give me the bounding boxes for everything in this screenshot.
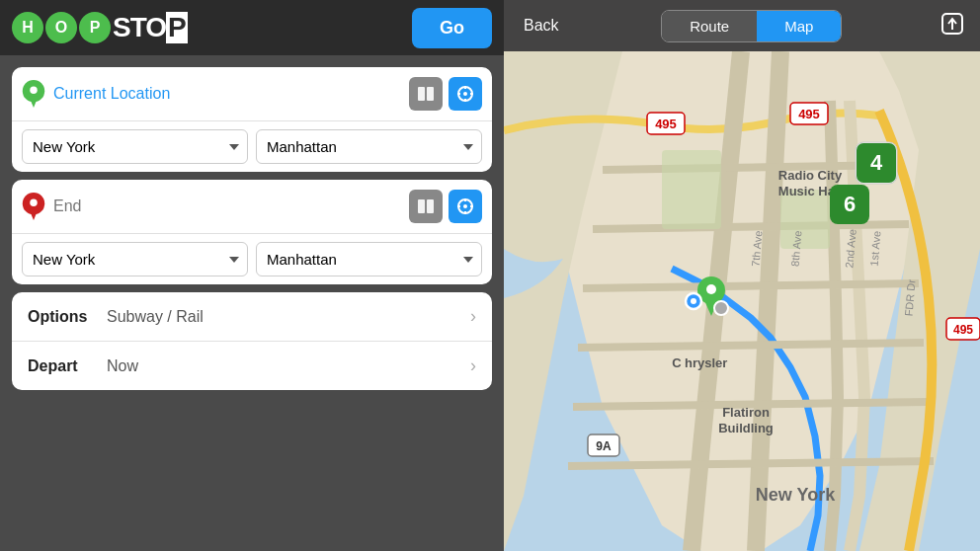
logo-stop: STOP [113, 12, 188, 43]
map-nav-bar: Back Route Map [504, 0, 980, 51]
svg-rect-16 [427, 199, 434, 213]
svg-text:Buildling: Buildling [718, 421, 774, 435]
logo-o: O [45, 12, 77, 43]
svg-text:9A: 9A [596, 439, 612, 453]
from-dropdowns-row: New York Manhattan [12, 121, 492, 172]
options-value: Subway / Rail [107, 308, 470, 326]
from-book-button[interactable] [409, 77, 443, 111]
from-city-select[interactable]: New York [22, 129, 248, 164]
svg-text:495: 495 [798, 107, 820, 121]
options-chevron-icon: › [470, 306, 476, 327]
from-input-row: Current Location [12, 67, 492, 121]
from-target-button[interactable] [449, 77, 482, 111]
depart-row[interactable]: Depart Now › [12, 342, 492, 390]
svg-point-56 [691, 298, 696, 304]
svg-text:4: 4 [870, 150, 883, 175]
svg-point-14 [30, 199, 37, 206]
from-block: Current Location [12, 67, 492, 172]
from-neighborhood-select[interactable]: Manhattan [256, 129, 482, 164]
to-location-input[interactable] [53, 197, 403, 215]
depart-chevron-icon: › [470, 355, 476, 376]
svg-rect-30 [662, 150, 721, 229]
to-input-row [12, 180, 492, 234]
app-header: H O P STOP Go [0, 0, 504, 55]
options-block: Options Subway / Rail › Depart Now › [12, 292, 492, 390]
to-dropdowns-row: New York Manhattan [12, 234, 492, 284]
to-target-button[interactable] [449, 190, 482, 223]
svg-rect-15 [418, 199, 425, 213]
map-svg: 495 495 9A 495 Radio City Music Hall C h… [504, 51, 980, 551]
svg-text:New York: New York [756, 485, 836, 505]
app-logo: H O P STOP [12, 12, 188, 43]
svg-marker-13 [29, 209, 38, 220]
share-icon [940, 12, 964, 36]
to-book-button[interactable] [409, 190, 443, 223]
book-icon-2 [417, 198, 435, 214]
logo-hop: H O P [12, 12, 113, 43]
svg-text:6: 6 [844, 192, 856, 216]
form-area: Current Location [0, 55, 504, 551]
share-button[interactable] [935, 6, 970, 46]
book-icon [417, 86, 435, 102]
svg-text:hrysler: hrysler [685, 355, 727, 370]
svg-text:495: 495 [655, 117, 677, 131]
go-button[interactable]: Go [412, 8, 492, 48]
left-panel: H O P STOP Go Current Location [0, 0, 504, 551]
svg-rect-4 [427, 87, 434, 101]
target-icon-2 [456, 197, 474, 215]
svg-marker-1 [29, 97, 38, 108]
logo-p: P [79, 12, 111, 43]
target-icon [456, 85, 474, 103]
svg-text:495: 495 [953, 323, 973, 337]
green-pin-icon [22, 80, 45, 108]
to-city-select[interactable]: New York [22, 242, 248, 276]
map-nav-segment: Route Map [661, 10, 842, 42]
to-neighborhood-select[interactable]: Manhattan [256, 242, 482, 276]
depart-value: Now [107, 357, 470, 375]
route-tab[interactable]: Route [662, 11, 757, 41]
svg-point-57 [714, 301, 728, 315]
svg-point-2 [30, 87, 37, 94]
options-row[interactable]: Options Subway / Rail › [12, 292, 492, 342]
logo-h: H [12, 12, 43, 43]
options-label: Options [28, 308, 107, 326]
svg-point-7 [463, 92, 467, 96]
to-block: New York Manhattan [12, 180, 492, 284]
map-background[interactable]: 495 495 9A 495 Radio City Music Hall C h… [504, 51, 980, 551]
map-tab[interactable]: Map [757, 11, 841, 41]
svg-text:C: C [672, 355, 682, 370]
map-panel: Back Route Map [504, 0, 980, 551]
svg-point-54 [706, 284, 716, 294]
svg-rect-31 [780, 190, 830, 249]
depart-label: Depart [28, 357, 107, 375]
svg-rect-3 [418, 87, 425, 101]
back-button[interactable]: Back [514, 11, 569, 40]
svg-point-19 [463, 204, 467, 208]
svg-text:Flatiron: Flatiron [722, 405, 770, 420]
svg-text:Radio City: Radio City [778, 168, 843, 183]
from-location-text: Current Location [53, 85, 403, 103]
red-pin-icon [22, 193, 45, 220]
